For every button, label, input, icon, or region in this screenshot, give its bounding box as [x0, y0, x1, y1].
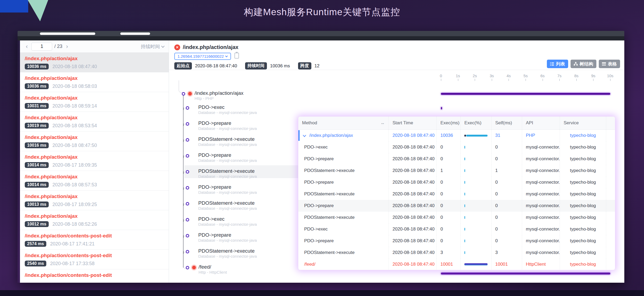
trace-meta-row: 起始点 2020-08-18 08:47:40 持续时间 10036 ms 跨度…: [174, 62, 324, 69]
cell-value: 1: [440, 168, 443, 173]
cell-value: 2020-08-18 08:47:40: [393, 168, 435, 173]
trace-path: /index.php/action/ajax: [25, 95, 169, 101]
cell-value: 2020-08-18 08:47:40: [393, 156, 435, 162]
ruler-tick-mark: [509, 79, 509, 81]
start-time-cell: 2020-08-18 08:47:40: [389, 153, 437, 165]
trace-list-item[interactable]: /index.php/action/ajax10036 ms2020-08-18…: [20, 53, 169, 72]
span-table-row[interactable]: PDO->prepare2020-08-18 08:47:4000mysql-c…: [298, 153, 615, 165]
tree-icon: [574, 62, 578, 66]
span-table-row[interactable]: PDOStatement->execute2020-08-18 08:47:40…: [298, 188, 615, 200]
copy-clipboard-icon[interactable]: [234, 53, 239, 59]
trace-timestamp: 2020-08-17 18:09:35: [52, 162, 97, 168]
trace-path: /index.php/action/ajax: [25, 154, 169, 160]
span-table-row[interactable]: PDOStatement->execute2020-08-18 08:47:40…: [298, 212, 615, 223]
exec-pct-cell: [461, 235, 492, 247]
self-ms-cell: 3: [492, 247, 522, 258]
span-table-row[interactable]: PDO->prepare2020-08-18 08:47:4000mysql-c…: [298, 200, 615, 212]
trace-path: /index.php/action/contents-post-edit: [25, 272, 169, 278]
view-list-button[interactable]: 列表: [547, 60, 568, 68]
self-ms-cell: 10001: [492, 258, 522, 270]
span-table-row[interactable]: /feed/2020-08-18 08:47:401000110001HttpC…: [298, 258, 615, 270]
column-header-exec-[interactable]: Exec(%): [461, 117, 492, 129]
exec-ms-cell: 0: [437, 188, 461, 200]
span-table-row[interactable]: PDO->prepare2020-08-18 08:47:4000mysql-c…: [298, 176, 615, 188]
chevron-down-icon: [225, 55, 228, 57]
method-cell: PDOStatement->execute: [298, 212, 389, 223]
cell-value: typecho-blog: [570, 145, 596, 150]
span-name: PDO->prepare: [198, 152, 231, 158]
cell-value: 0: [495, 203, 498, 208]
trace-list-item[interactable]: /index.php/action/contents-post-edit2540…: [20, 250, 169, 269]
column-header-start-time[interactable]: Start Time: [389, 117, 437, 129]
trace-list-item[interactable]: /index.php/action/ajax10012 ms2020-08-18…: [20, 210, 169, 230]
trace-list-item[interactable]: /index.php/action/ajax10014 ms2020-08-17…: [20, 151, 169, 171]
start-time-cell: 2020-08-18 08:47:40: [389, 223, 437, 235]
duration-badge: 10016 ms: [25, 142, 49, 148]
chevron-down-icon[interactable]: [303, 133, 306, 137]
cell-value: 0: [440, 215, 443, 220]
cell-value: mysql-connector...: [526, 156, 560, 162]
trace-list-item[interactable]: /index.php/action/ajax10031 ms2020-08-18…: [20, 92, 169, 112]
column-header-exec-ms-[interactable]: Exec(ms): [437, 117, 461, 129]
span-table-row[interactable]: /index.php/action/ajax2020-08-18 08:47:4…: [298, 130, 615, 141]
browser-tab-remnant: [40, 32, 95, 35]
column-resize-icon[interactable]: ↔: [381, 121, 385, 125]
trace-list-item[interactable]: /index.php/action/ajax10013 ms2020-08-17…: [20, 191, 169, 210]
api-cell: mysql-connector...: [522, 165, 560, 176]
cell-value: 2020-08-18 08:47:40: [393, 133, 435, 138]
browser-toolbar-strip: [18, 36, 624, 40]
exec-ms-cell: 10036: [437, 130, 461, 141]
column-header-api[interactable]: API: [522, 117, 560, 129]
span-error-dot: [188, 92, 192, 96]
column-label: Self(ms): [495, 120, 512, 126]
span-table-row[interactable]: PDO->exec2020-08-18 08:47:4000mysql-conn…: [298, 141, 615, 153]
cell-value: mysql-connector...: [526, 227, 560, 232]
next-page-button[interactable]: ›: [64, 44, 69, 50]
trace-list-item[interactable]: /index.php/action/ajax10016 ms2020-08-18…: [20, 131, 169, 151]
sort-dropdown[interactable]: 持续时间: [141, 43, 164, 50]
cell-value: 3: [495, 250, 498, 255]
start-time-cell: 2020-08-18 08:47:40: [389, 141, 437, 153]
trace-list-item[interactable]: /index.php/action/contents-post-edit2574…: [20, 230, 169, 250]
trace-path: /index.php/action/ajax: [25, 75, 169, 81]
spare-cell: [606, 235, 615, 247]
exec-percent-bar: [464, 146, 465, 149]
trace-detail-header: × /index.php/action/ajax 1.26564.1597711…: [169, 40, 624, 70]
method-name: /feed/: [304, 262, 316, 267]
span-table-row[interactable]: PDOStatement->execute2020-08-18 08:47:40…: [298, 165, 615, 176]
ruler-tick-label: 2s: [469, 73, 481, 78]
method-cell: PDO->exec: [298, 141, 389, 153]
cell-value: 2020-08-18 08:47:40: [393, 191, 435, 197]
trace-id-select[interactable]: 1.26564.15977116600022: [174, 53, 231, 60]
method-name: PDO->prepare: [304, 180, 334, 185]
column-header-service[interactable]: Service: [560, 117, 606, 129]
cell-value: 2020-08-18 08:47:40: [393, 250, 435, 255]
column-header-self-ms-[interactable]: Self(ms): [492, 117, 522, 129]
span-table-row[interactable]: PDO->prepare2020-08-18 08:47:4000mysql-c…: [298, 235, 615, 247]
prev-page-button[interactable]: ‹: [24, 44, 29, 50]
cell-value: 3: [440, 250, 443, 255]
exec-pct-cell: [461, 247, 492, 258]
exec-ms-cell: 0: [437, 153, 461, 165]
column-header-method[interactable]: Method↔: [298, 117, 389, 129]
duration-badge: 10014 ms: [25, 182, 49, 188]
span-table-row[interactable]: PDO->exec2020-08-18 08:47:4000mysql-conn…: [298, 223, 615, 235]
view-tree-button[interactable]: 树结构: [571, 60, 596, 68]
span-table-row[interactable]: PDOStatement->execute2020-08-18 08:47:40…: [298, 247, 615, 258]
trace-list-item[interactable]: /index.php/action/ajax10019 ms2020-08-18…: [20, 112, 169, 131]
method-name: PDO->exec: [304, 227, 328, 232]
cell-value: mysql-connector...: [526, 250, 560, 255]
cell-value: typecho-blog: [570, 203, 596, 208]
trace-path: /index.php/action/ajax: [25, 115, 169, 121]
trace-list-item[interactable]: /index.php/action/contents-post-edit: [20, 269, 169, 283]
view-table-button[interactable]: 表格: [599, 60, 620, 68]
cell-value: 2020-08-18 08:47:40: [393, 215, 435, 220]
ruler-tick-mark: [492, 79, 492, 81]
span-node-icon: [186, 234, 189, 237]
spare-cell: [606, 258, 615, 270]
trace-list-item[interactable]: /index.php/action/ajax10036 ms2020-08-18…: [20, 72, 169, 92]
trace-list-item[interactable]: /index.php/action/ajax10014 ms2020-08-18…: [20, 171, 169, 191]
page-number-input[interactable]: [31, 43, 52, 51]
duration-badge: 10036 ms: [25, 64, 49, 69]
cell-value: typecho-blog: [570, 156, 596, 162]
